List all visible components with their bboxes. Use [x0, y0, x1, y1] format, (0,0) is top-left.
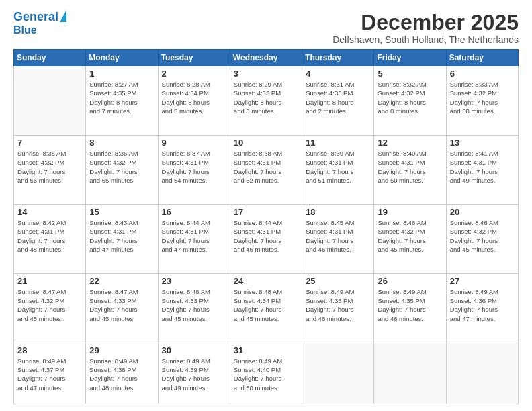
calendar-cell: 20Sunrise: 8:46 AMSunset: 4:32 PMDayligh…	[446, 204, 518, 273]
week-row-2: 7Sunrise: 8:35 AMSunset: 4:32 PMDaylight…	[14, 136, 519, 205]
logo-blue: Blue	[13, 24, 37, 36]
day-number: 2	[162, 68, 226, 79]
title-block: December 2025 Delfshaven, South Holland,…	[332, 11, 519, 45]
calendar-cell: 8Sunrise: 8:36 AMSunset: 4:32 PMDaylight…	[86, 136, 158, 205]
day-info: Sunrise: 8:49 AMSunset: 4:37 PMDaylight:…	[17, 357, 82, 392]
calendar-cell: 18Sunrise: 8:45 AMSunset: 4:31 PMDayligh…	[302, 204, 374, 273]
day-info: Sunrise: 8:38 AMSunset: 4:31 PMDaylight:…	[234, 149, 298, 185]
day-info: Sunrise: 8:28 AMSunset: 4:34 PMDaylight:…	[162, 80, 226, 116]
calendar-cell: 10Sunrise: 8:38 AMSunset: 4:31 PMDayligh…	[230, 136, 302, 205]
calendar-cell: 17Sunrise: 8:44 AMSunset: 4:31 PMDayligh…	[230, 204, 302, 273]
day-number: 11	[306, 138, 370, 148]
day-number: 10	[234, 138, 298, 148]
day-info: Sunrise: 8:48 AMSunset: 4:34 PMDaylight:…	[234, 287, 298, 323]
calendar-cell: 28Sunrise: 8:49 AMSunset: 4:37 PMDayligh…	[14, 342, 86, 404]
week-row-4: 21Sunrise: 8:47 AMSunset: 4:32 PMDayligh…	[14, 273, 519, 342]
day-number: 15	[89, 207, 154, 217]
day-info: Sunrise: 8:49 AMSunset: 4:36 PMDaylight:…	[450, 287, 515, 323]
day-info: Sunrise: 8:49 AMSunset: 4:38 PMDaylight:…	[89, 357, 154, 392]
calendar-cell: 29Sunrise: 8:49 AMSunset: 4:38 PMDayligh…	[86, 342, 158, 404]
calendar-cell: 26Sunrise: 8:49 AMSunset: 4:35 PMDayligh…	[374, 273, 446, 342]
day-info: Sunrise: 8:44 AMSunset: 4:31 PMDaylight:…	[234, 218, 298, 254]
weekday-header-tuesday: Tuesday	[158, 50, 230, 66]
day-info: Sunrise: 8:49 AMSunset: 4:39 PMDaylight:…	[162, 357, 226, 392]
page: General Blue December 2025 Delfshaven, S…	[0, 0, 532, 411]
calendar-cell: 2Sunrise: 8:28 AMSunset: 4:34 PMDaylight…	[158, 66, 230, 136]
calendar-cell: 16Sunrise: 8:44 AMSunset: 4:31 PMDayligh…	[158, 204, 230, 273]
calendar-cell: 19Sunrise: 8:46 AMSunset: 4:32 PMDayligh…	[374, 204, 446, 273]
day-number: 1	[89, 68, 154, 79]
day-info: Sunrise: 8:36 AMSunset: 4:32 PMDaylight:…	[89, 149, 154, 185]
calendar-cell: 23Sunrise: 8:48 AMSunset: 4:33 PMDayligh…	[158, 273, 230, 342]
calendar-cell: 21Sunrise: 8:47 AMSunset: 4:32 PMDayligh…	[14, 273, 86, 342]
day-info: Sunrise: 8:33 AMSunset: 4:32 PMDaylight:…	[450, 80, 515, 116]
day-info: Sunrise: 8:27 AMSunset: 4:35 PMDaylight:…	[89, 80, 154, 116]
header: General Blue December 2025 Delfshaven, S…	[13, 11, 519, 45]
calendar-cell	[374, 342, 446, 404]
logo-text: General	[13, 11, 58, 24]
calendar-cell: 11Sunrise: 8:39 AMSunset: 4:31 PMDayligh…	[302, 136, 374, 205]
calendar-cell: 4Sunrise: 8:31 AMSunset: 4:33 PMDaylight…	[302, 66, 374, 136]
logo: General Blue	[13, 11, 66, 36]
calendar-cell: 7Sunrise: 8:35 AMSunset: 4:32 PMDaylight…	[14, 136, 86, 205]
week-row-1: 1Sunrise: 8:27 AMSunset: 4:35 PMDaylight…	[14, 66, 519, 136]
day-info: Sunrise: 8:48 AMSunset: 4:33 PMDaylight:…	[162, 287, 226, 323]
day-number: 12	[378, 138, 442, 148]
weekday-header-friday: Friday	[374, 50, 446, 66]
day-number: 27	[450, 276, 515, 286]
calendar-cell	[302, 342, 374, 404]
day-info: Sunrise: 8:40 AMSunset: 4:31 PMDaylight:…	[378, 149, 442, 185]
day-number: 31	[234, 345, 298, 355]
day-number: 5	[378, 68, 442, 79]
day-number: 13	[450, 138, 515, 148]
day-number: 23	[162, 276, 226, 286]
day-number: 30	[162, 345, 226, 355]
location-subtitle: Delfshaven, South Holland, The Netherlan…	[332, 34, 519, 45]
week-row-5: 28Sunrise: 8:49 AMSunset: 4:37 PMDayligh…	[14, 342, 519, 404]
day-info: Sunrise: 8:42 AMSunset: 4:31 PMDaylight:…	[17, 218, 82, 254]
calendar-cell: 27Sunrise: 8:49 AMSunset: 4:36 PMDayligh…	[446, 273, 518, 342]
calendar-cell: 25Sunrise: 8:49 AMSunset: 4:35 PMDayligh…	[302, 273, 374, 342]
day-number: 29	[89, 345, 154, 355]
weekday-header-row: SundayMondayTuesdayWednesdayThursdayFrid…	[14, 50, 519, 66]
day-info: Sunrise: 8:45 AMSunset: 4:31 PMDaylight:…	[306, 218, 370, 254]
calendar-cell: 5Sunrise: 8:32 AMSunset: 4:32 PMDaylight…	[374, 66, 446, 136]
day-info: Sunrise: 8:46 AMSunset: 4:32 PMDaylight:…	[378, 218, 442, 254]
day-info: Sunrise: 8:39 AMSunset: 4:31 PMDaylight:…	[306, 149, 370, 185]
calendar-cell: 13Sunrise: 8:41 AMSunset: 4:31 PMDayligh…	[446, 136, 518, 205]
day-number: 8	[89, 138, 154, 148]
weekday-header-monday: Monday	[86, 50, 158, 66]
day-number: 18	[306, 207, 370, 217]
calendar-cell: 24Sunrise: 8:48 AMSunset: 4:34 PMDayligh…	[230, 273, 302, 342]
day-number: 17	[234, 207, 298, 217]
weekday-header-thursday: Thursday	[302, 50, 374, 66]
day-number: 9	[162, 138, 226, 148]
day-info: Sunrise: 8:49 AMSunset: 4:35 PMDaylight:…	[378, 287, 442, 323]
day-number: 20	[450, 207, 515, 217]
week-row-3: 14Sunrise: 8:42 AMSunset: 4:31 PMDayligh…	[14, 204, 519, 273]
day-info: Sunrise: 8:49 AMSunset: 4:40 PMDaylight:…	[234, 357, 298, 392]
calendar-cell: 31Sunrise: 8:49 AMSunset: 4:40 PMDayligh…	[230, 342, 302, 404]
day-info: Sunrise: 8:29 AMSunset: 4:33 PMDaylight:…	[234, 80, 298, 116]
calendar-table: SundayMondayTuesdayWednesdayThursdayFrid…	[13, 49, 519, 404]
day-info: Sunrise: 8:47 AMSunset: 4:33 PMDaylight:…	[89, 287, 154, 323]
day-number: 14	[17, 207, 82, 217]
day-info: Sunrise: 8:32 AMSunset: 4:32 PMDaylight:…	[378, 80, 442, 116]
day-number: 16	[162, 207, 226, 217]
day-number: 4	[306, 68, 370, 79]
day-number: 26	[378, 276, 442, 286]
calendar-cell	[446, 342, 518, 404]
day-number: 3	[234, 68, 298, 79]
day-number: 21	[17, 276, 82, 286]
calendar-cell: 9Sunrise: 8:37 AMSunset: 4:31 PMDaylight…	[158, 136, 230, 205]
calendar-cell: 12Sunrise: 8:40 AMSunset: 4:31 PMDayligh…	[374, 136, 446, 205]
day-info: Sunrise: 8:44 AMSunset: 4:31 PMDaylight:…	[162, 218, 226, 254]
day-info: Sunrise: 8:43 AMSunset: 4:31 PMDaylight:…	[89, 218, 154, 254]
weekday-header-wednesday: Wednesday	[230, 50, 302, 66]
calendar-cell: 6Sunrise: 8:33 AMSunset: 4:32 PMDaylight…	[446, 66, 518, 136]
calendar-cell: 30Sunrise: 8:49 AMSunset: 4:39 PMDayligh…	[158, 342, 230, 404]
day-info: Sunrise: 8:46 AMSunset: 4:32 PMDaylight:…	[450, 218, 515, 254]
month-title: December 2025	[332, 11, 519, 34]
calendar-cell: 1Sunrise: 8:27 AMSunset: 4:35 PMDaylight…	[86, 66, 158, 136]
day-info: Sunrise: 8:35 AMSunset: 4:32 PMDaylight:…	[17, 149, 82, 185]
